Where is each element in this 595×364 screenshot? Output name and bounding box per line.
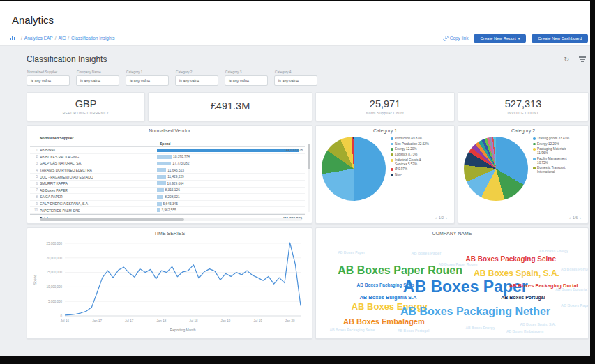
breadcrumb-link-classification-insights[interactable]: Classification Insights <box>71 36 115 40</box>
analytics-app: Analytics / Analytics EAP / AIC / Classi… <box>0 1 595 356</box>
spend-bar[interactable] <box>157 168 166 172</box>
breadcrumb-link-aic[interactable]: AIC <box>58 36 66 40</box>
table-row[interactable]: 2AB BOXES PACKAGING18,370,774 <box>30 154 305 161</box>
category1-pie-chart[interactable] <box>322 137 386 201</box>
legend-next-button[interactable]: › <box>446 215 447 220</box>
legend-item[interactable]: Non-Production 22.52% <box>391 142 434 146</box>
legend-item[interactable]: Packaging Materials 11.96% <box>533 147 576 155</box>
create-new-dashboard-button[interactable]: Create New Dashboard <box>532 34 588 43</box>
legend-next-button[interactable]: › <box>580 215 581 220</box>
scrollbar-thumb[interactable] <box>40 218 184 221</box>
category1-legend: Production 49.87%Non-Production 22.52%En… <box>391 137 434 201</box>
filter-value-dropdown[interactable]: is any value <box>27 75 70 86</box>
spend-bar[interactable] <box>157 181 166 185</box>
column-header-spend[interactable]: Spend <box>160 142 170 146</box>
legend-item[interactable]: Trading goods 33.41% <box>533 137 576 141</box>
table-row[interactable]: 1AB Boxes144,077,078 <box>30 147 305 154</box>
wordcloud-word[interactable]: AB Boxes Portugal <box>398 329 429 333</box>
refresh-icon[interactable]: ↻ <box>564 56 569 63</box>
horizontal-scrollbar[interactable] <box>40 218 302 221</box>
table-row[interactable]: 3GALP GÁS NATURAL, SA.17,773,082 <box>30 160 305 167</box>
filter-value-dropdown[interactable]: is any value <box>274 75 317 86</box>
spend-value: 3,962,555 <box>161 208 176 212</box>
spend-bar[interactable] <box>157 188 164 192</box>
spend-cell: 11,429,229 <box>157 174 305 180</box>
filter-label: Category 4 <box>275 70 317 74</box>
svg-text:Jan-20: Jan-20 <box>285 319 295 323</box>
screen-edge <box>590 0 595 364</box>
table-row[interactable]: 10PAPETERIES PALM SAS3,962,555 <box>30 207 305 214</box>
table-row[interactable]: 8SAICA PAPER8,208,021 <box>30 194 305 201</box>
breadcrumb-link-analytics-eap[interactable]: Analytics EAP <box>24 36 53 40</box>
row-index: 4 <box>30 169 40 172</box>
legend-pager: ‹ 1/6 › <box>569 215 581 220</box>
legend-item[interactable]: Domestic Transport, International <box>533 166 576 174</box>
wordcloud-word[interactable]: AB Boxes Paper <box>561 304 589 308</box>
spend-bar[interactable] <box>157 149 299 153</box>
column-header-supplier[interactable]: Normalized Supplier <box>40 136 73 140</box>
filter-label: Company Name <box>77 70 119 74</box>
wordcloud-word[interactable]: AB Boxes Spain, S.A. <box>474 269 559 278</box>
filter-icon[interactable] <box>579 56 586 62</box>
spend-bar[interactable] <box>157 208 160 213</box>
spend-bar[interactable] <box>157 175 166 179</box>
wordcloud-word[interactable]: AB Boxes Bulgaria S.A <box>555 288 589 291</box>
wordcloud-word[interactable]: AB Boxes Spain, S.A. <box>520 323 556 326</box>
wordcloud-word[interactable]: AB Boxes Portugal <box>501 295 545 300</box>
copy-link-button[interactable]: Copy link <box>443 36 469 41</box>
wordcloud-word[interactable]: AB Boxes Paper Rouen <box>338 265 462 276</box>
filter-value-dropdown[interactable]: is any value <box>126 75 169 86</box>
wordcloud-word[interactable]: AB Boxes Embalagem <box>343 318 425 326</box>
wordcloud-word[interactable]: AB Boxes Energy <box>539 250 568 253</box>
category2-pie-chart[interactable] <box>464 137 528 201</box>
breadcrumb-bar: / Analytics EAP / AIC / Classification I… <box>0 31 595 46</box>
wordcloud-word[interactable]: AB Boxes Paper Rouen <box>439 263 478 266</box>
table-row[interactable]: 9GALP ENERGIA ESPAÑA, S.A5,645,345 <box>30 201 305 208</box>
scrollbar-thumb[interactable] <box>308 144 310 169</box>
spend-value: 17,773,082 <box>172 162 189 165</box>
screen-edge <box>0 0 595 1</box>
filter-value-dropdown[interactable]: is any value <box>225 75 268 86</box>
table-row[interactable]: 5DUC - PAGAMENTO AO ESTADO11,429,229 <box>30 174 305 181</box>
wordcloud-word[interactable]: AB Boxes Portugal <box>561 268 589 271</box>
table-row[interactable]: 6SMURFIT KAPPA10,929,664 <box>30 181 305 188</box>
wordcloud-word[interactable]: AB Boxes Paper <box>338 251 365 255</box>
legend-prev-button[interactable]: ‹ <box>435 215 437 220</box>
legend-prev-button[interactable]: ‹ <box>569 215 571 220</box>
wordcloud-word[interactable]: AB Boxes Energy <box>466 326 495 330</box>
kpi-reporting-currency: GBP REPORTING CURRENCY <box>27 92 145 121</box>
table-row[interactable]: 4TARANIS DU RYINEO ELECTRA11,646,523 <box>30 167 305 174</box>
legend-item[interactable]: Energy 12.20% <box>533 142 576 146</box>
spend-bar[interactable] <box>157 162 171 166</box>
legend-color-dot <box>391 159 393 162</box>
wordcloud-word[interactable]: AB Boxes Paper <box>412 252 442 256</box>
legend-item[interactable]: Ø 0.97% <box>391 167 434 172</box>
spend-bar[interactable] <box>157 155 172 159</box>
wordcloud-word[interactable]: AB Boxes Packaging Seine <box>466 256 557 263</box>
wordcloud-word[interactable]: AB Boxes Bulgaria S.A <box>359 295 416 301</box>
legend-item[interactable]: Industrial Goods & Services 5.52% <box>391 158 434 166</box>
time-series-chart[interactable]: 05,000,00010,000,00015,000,00020,000,000… <box>30 238 309 334</box>
kpi-norm-supplier-count: 25,971 Norm Supplier Count <box>315 92 455 121</box>
category2-legend: Trading goods 33.41%Energy 12.20%Packagi… <box>533 137 576 201</box>
legend-item[interactable]: Logistics 8.73% <box>391 153 434 157</box>
create-new-report-button[interactable]: Create New Report ▾ <box>474 34 526 43</box>
filter-value-dropdown[interactable]: is any value <box>76 75 119 86</box>
spend-bar[interactable] <box>157 202 162 206</box>
filter-value-dropdown[interactable]: is any value <box>175 75 218 86</box>
filter-category-1: Category 1 is any value <box>126 70 169 86</box>
legend-item[interactable]: Facility Management 10.75% <box>533 157 576 165</box>
dashboard-content: Classification Insights ↻ Normalized Sup… <box>0 46 595 339</box>
vertical-scrollbar[interactable] <box>308 144 310 212</box>
legend-item[interactable]: Non- <box>391 173 434 177</box>
wordcloud-word[interactable]: AB Boxes Packaging Nether <box>400 306 550 317</box>
breadcrumb-separator: / <box>55 36 57 40</box>
table-row[interactable]: 7AB Boxes PAPER8,315,126 <box>30 188 305 195</box>
wordcloud-word[interactable]: AB Boxes Embalagem <box>506 330 543 333</box>
spend-bar[interactable] <box>157 195 163 199</box>
bar-chart-icon[interactable] <box>10 36 15 40</box>
wordcloud-word[interactable]: AB Boxes Packaging Seine <box>330 328 375 332</box>
spend-value: 5,645,345 <box>163 202 178 206</box>
legend-item[interactable]: Production 49.87% <box>391 137 434 141</box>
legend-item[interactable]: Energy 12.20% <box>391 147 434 151</box>
